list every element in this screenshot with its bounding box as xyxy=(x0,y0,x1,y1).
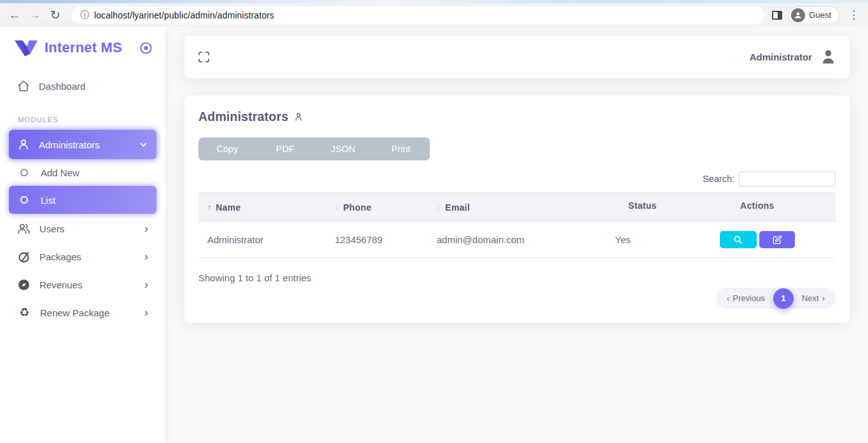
sidebar-item-label: Packages xyxy=(39,251,135,262)
page-title: Administrators xyxy=(198,109,289,124)
sort-both-icon: ↕ xyxy=(641,208,644,214)
column-label: Phone xyxy=(343,202,371,213)
home-icon xyxy=(17,80,30,92)
browser-reload-button[interactable]: ↻ xyxy=(47,7,64,24)
sidebar: Internet MS Dashboard MODULES Administra… xyxy=(0,27,165,443)
column-header-name[interactable]: ↑ Name xyxy=(198,193,326,222)
sidebar-item-label: Dashboard xyxy=(39,81,148,92)
sidebar-item-dashboard[interactable]: Dashboard xyxy=(9,73,156,99)
search-icon xyxy=(733,234,743,245)
cell-actions xyxy=(676,222,836,258)
cell-name: Administrator xyxy=(198,222,326,258)
json-button[interactable]: JSON xyxy=(314,137,372,160)
column-header-phone[interactable]: ↕ Phone xyxy=(326,193,427,222)
cell-phone: 123456789 xyxy=(326,222,427,258)
side-panel-icon[interactable] xyxy=(772,11,782,20)
sidebar-item-label: Revenues xyxy=(39,279,135,290)
chevron-down-icon xyxy=(139,140,148,150)
chevron-left-icon: ‹ xyxy=(727,293,729,303)
sort-both-icon: ↕ xyxy=(755,208,759,214)
print-button[interactable]: Print xyxy=(372,137,430,160)
brand-logo-icon xyxy=(14,38,38,57)
sidebar-item-administrators[interactable]: Administrators xyxy=(9,130,156,159)
fullscreen-icon[interactable] xyxy=(197,50,210,64)
administrators-panel: Administrators Copy PDF JSON Print Searc… xyxy=(184,95,850,323)
view-button[interactable] xyxy=(720,231,757,248)
profile-avatar-icon xyxy=(791,8,805,22)
browser-toolbar: ← → ↻ ⓘ localhost/lyarinet/public/admin/… xyxy=(0,3,868,27)
next-page-button[interactable]: Next › xyxy=(794,293,833,303)
user-name: Administrator xyxy=(750,52,812,62)
search-input[interactable] xyxy=(739,171,836,186)
column-header-status[interactable]: Status ↕ xyxy=(606,193,676,222)
cell-email: admin@domain.com xyxy=(428,222,607,258)
address-bar-url: localhost/lyarinet/public/admin/administ… xyxy=(94,10,274,20)
table-summary: Showing 1 to 1 of 1 entries xyxy=(198,272,836,283)
person-small-icon xyxy=(294,112,303,122)
search-label: Search: xyxy=(703,174,734,184)
edit-icon xyxy=(772,235,782,245)
user-avatar-icon xyxy=(820,48,837,66)
user-menu[interactable]: Administrator xyxy=(750,48,837,66)
previous-page-button[interactable]: ‹ Previous xyxy=(719,293,773,303)
chevron-right-icon: › xyxy=(144,307,148,318)
column-header-actions[interactable]: Actions ↕ xyxy=(676,193,836,222)
brand-name: Internet MS xyxy=(45,39,133,56)
sidebar-item-packages[interactable]: Packages › xyxy=(9,243,156,270)
circle-bullet-icon xyxy=(20,196,28,204)
chevron-right-icon: › xyxy=(144,279,148,290)
sidebar-toggle-icon[interactable] xyxy=(139,41,153,55)
chevron-right-icon: › xyxy=(144,251,148,262)
column-label: Name xyxy=(216,202,240,213)
copy-button[interactable]: Copy xyxy=(198,137,256,160)
sidebar-item-label: Add New xyxy=(41,167,148,178)
column-header-email[interactable]: ↕ Email xyxy=(428,193,607,222)
top-navbar: Administrator xyxy=(184,36,850,78)
users-icon xyxy=(17,222,31,236)
pagination: ‹ Previous 1 Next › xyxy=(716,288,836,309)
browser-profile-button[interactable]: Guest xyxy=(789,6,839,24)
revenue-coin-icon xyxy=(17,278,31,292)
sidebar-item-users[interactable]: Users › xyxy=(9,215,156,242)
chevron-right-icon: › xyxy=(822,293,825,303)
export-button-group: Copy PDF JSON Print xyxy=(198,137,430,160)
sidebar-item-label: Administrators xyxy=(39,139,130,150)
current-page-button[interactable]: 1 xyxy=(773,288,794,309)
edit-button[interactable] xyxy=(759,231,795,248)
package-disc-icon xyxy=(17,250,31,264)
chevron-right-icon: › xyxy=(144,223,148,234)
sidebar-item-label: Renew Package xyxy=(40,307,135,318)
next-label: Next xyxy=(802,293,819,303)
sidebar-item-revenues[interactable]: Revenues › xyxy=(9,271,156,298)
brand[interactable]: Internet MS xyxy=(0,27,165,64)
pdf-button[interactable]: PDF xyxy=(256,137,314,160)
column-label: Email xyxy=(445,202,470,213)
profile-name: Guest xyxy=(809,10,831,20)
sidebar-item-add-new[interactable]: Add New xyxy=(9,160,156,185)
sort-both-icon: ↕ xyxy=(437,203,441,212)
main-area: Administrator Administrators Copy PDF JS… xyxy=(165,27,868,443)
recycle-icon: ♻ xyxy=(17,306,31,320)
sort-asc-icon: ↑ xyxy=(207,203,211,212)
person-icon xyxy=(17,138,30,151)
sort-both-icon: ↕ xyxy=(334,203,338,212)
previous-label: Previous xyxy=(733,293,765,303)
sidebar-item-label: List xyxy=(41,195,148,206)
table-row: Administrator 123456789 admin@domain.com… xyxy=(198,222,836,258)
administrators-table: ↑ Name ↕ Phone ↕ xyxy=(198,192,836,258)
site-info-icon[interactable]: ⓘ xyxy=(80,10,89,21)
sidebar-item-renew-package[interactable]: ♻ Renew Package › xyxy=(9,299,156,326)
address-bar[interactable]: ⓘ localhost/lyarinet/public/admin/admini… xyxy=(71,6,764,24)
cell-status: Yes xyxy=(606,222,676,258)
sidebar-section-modules: MODULES xyxy=(18,116,165,123)
circle-bullet-icon xyxy=(20,169,28,176)
browser-forward-button[interactable]: → xyxy=(27,7,43,24)
browser-back-button[interactable]: ← xyxy=(6,7,23,24)
browser-menu-icon[interactable]: ⋮ xyxy=(846,8,862,22)
sidebar-item-list[interactable]: List xyxy=(9,186,156,214)
table-header-row: ↑ Name ↕ Phone ↕ xyxy=(198,193,836,222)
sidebar-item-label: Users xyxy=(39,223,135,234)
